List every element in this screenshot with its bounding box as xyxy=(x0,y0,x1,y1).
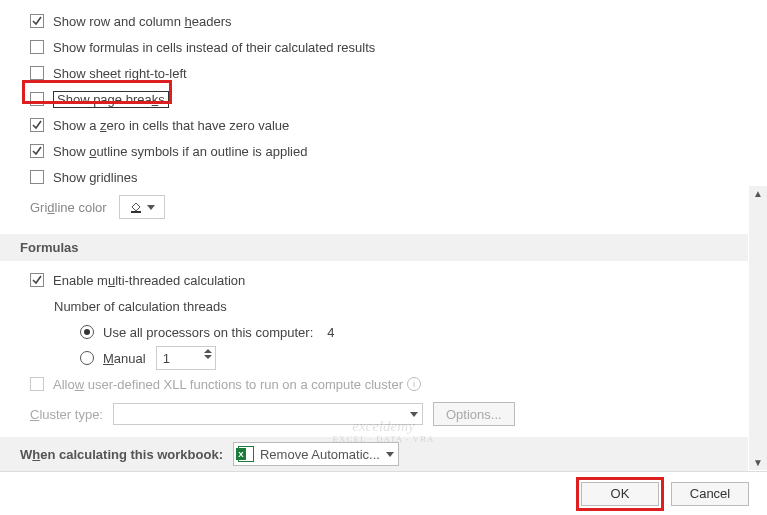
checkbox-show-zero[interactable] xyxy=(30,118,44,132)
info-icon[interactable]: i xyxy=(407,377,421,391)
label-allow-xll: Allow user-defined XLL functions to run … xyxy=(53,377,403,392)
workbook-dropdown-value: Remove Automatic... xyxy=(260,447,380,462)
spin-up-icon[interactable] xyxy=(204,349,212,353)
gridline-color-picker[interactable] xyxy=(119,195,165,219)
chevron-down-icon xyxy=(410,412,418,417)
label-show-formulas: Show formulas in cells instead of their … xyxy=(53,40,375,55)
label-show-headers: Show row and column headers xyxy=(53,14,232,29)
radio-use-all[interactable] xyxy=(80,325,94,339)
row-show-formulas[interactable]: Show formulas in cells instead of their … xyxy=(0,34,748,60)
excel-icon xyxy=(238,446,254,462)
manual-value: 1 xyxy=(163,351,170,366)
checkbox-show-formulas[interactable] xyxy=(30,40,44,54)
section-workbook-calc: When calculating this workbook: Remove A… xyxy=(0,437,748,471)
label-when-calc: When calculating this workbook: xyxy=(20,447,223,462)
label-use-all: Use all processors on this computer: xyxy=(103,325,313,340)
scroll-down-icon[interactable]: ▼ xyxy=(753,455,763,470)
svg-rect-0 xyxy=(131,211,141,213)
label-show-outline: Show outline symbols if an outline is ap… xyxy=(53,144,307,159)
highlight-page-breaks xyxy=(22,80,172,104)
checkbox-multithread[interactable] xyxy=(30,273,44,287)
radio-manual[interactable] xyxy=(80,351,94,365)
label-show-zero: Show a zero in cells that have zero valu… xyxy=(53,118,289,133)
row-cluster-type: Cluster type: Options... xyxy=(0,397,748,431)
cluster-type-dropdown xyxy=(113,403,423,425)
row-show-outline[interactable]: Show outline symbols if an outline is ap… xyxy=(0,138,748,164)
label-show-sheet-rtl: Show sheet right-to-left xyxy=(53,66,187,81)
row-threads-label: Number of calculation threads xyxy=(0,293,748,319)
manual-threads-spinner[interactable]: 1 xyxy=(156,346,216,370)
checkbox-show-outline[interactable] xyxy=(30,144,44,158)
section-formulas: Formulas xyxy=(0,234,748,261)
row-multithread[interactable]: Enable multi-threaded calculation xyxy=(0,267,748,293)
processor-count: 4 xyxy=(327,325,334,340)
scroll-up-icon[interactable]: ▲ xyxy=(753,186,763,201)
checkbox-show-headers[interactable] xyxy=(30,14,44,28)
row-allow-xll: Allow user-defined XLL functions to run … xyxy=(0,371,748,397)
checkbox-show-sheet-rtl[interactable] xyxy=(30,66,44,80)
scrollbar[interactable]: ▲ ▼ xyxy=(749,186,767,470)
row-use-all[interactable]: Use all processors on this computer: 4 xyxy=(0,319,748,345)
label-threads: Number of calculation threads xyxy=(54,299,227,314)
row-show-headers[interactable]: Show row and column headers xyxy=(0,8,748,34)
highlight-ok xyxy=(576,477,664,511)
checkbox-allow-xll xyxy=(30,377,44,391)
cancel-button[interactable]: Cancel xyxy=(671,482,749,506)
label-cluster-type: Cluster type: xyxy=(30,407,103,422)
row-manual[interactable]: Manual 1 xyxy=(0,345,748,371)
label-gridline-color: Gridline color xyxy=(30,200,107,215)
row-show-zero[interactable]: Show a zero in cells that have zero valu… xyxy=(0,112,748,138)
cluster-options-button: Options... xyxy=(433,402,515,426)
label-manual: Manual xyxy=(103,351,146,366)
label-show-gridlines: Show gridlines xyxy=(53,170,138,185)
label-multithread: Enable multi-threaded calculation xyxy=(53,273,245,288)
options-panel: Show row and column headers Show formula… xyxy=(0,0,748,470)
row-show-gridlines[interactable]: Show gridlines xyxy=(0,164,748,190)
row-gridline-color: Gridline color xyxy=(0,190,748,224)
chevron-down-icon xyxy=(386,452,394,457)
checkbox-show-gridlines[interactable] xyxy=(30,170,44,184)
workbook-dropdown[interactable]: Remove Automatic... xyxy=(233,442,399,466)
spin-down-icon[interactable] xyxy=(204,355,212,359)
dialog-footer: OK Cancel xyxy=(0,471,767,515)
chevron-down-icon xyxy=(147,205,155,210)
paint-bucket-icon xyxy=(129,200,143,214)
